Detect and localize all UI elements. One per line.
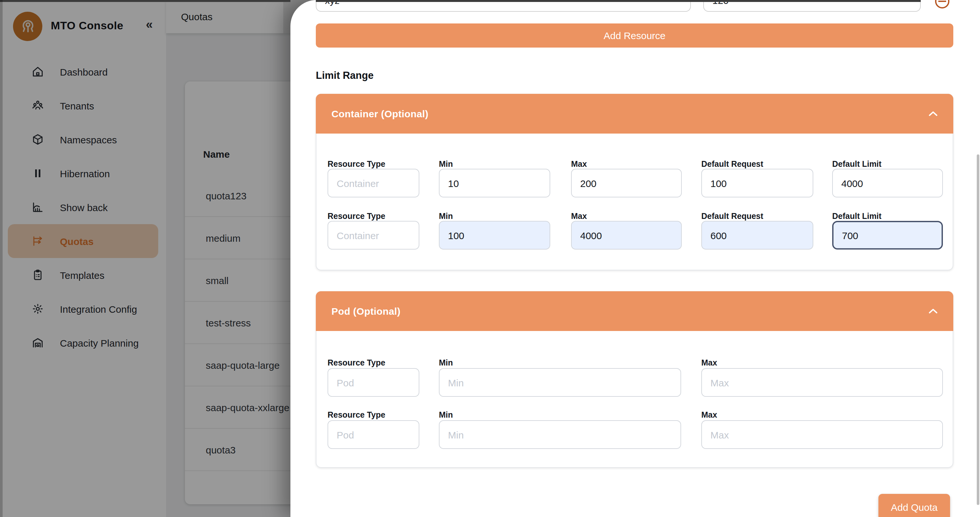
pod-resource-type-input[interactable]	[328, 368, 419, 397]
app-root: MTO Console « Dashboard Tenants	[0, 0, 980, 517]
field-label-min: Min	[439, 410, 453, 420]
container-default-request-input[interactable]	[701, 221, 813, 249]
field-label-resource-type: Resource Type	[328, 410, 385, 420]
chevron-up-icon	[929, 308, 938, 314]
pod-section-header[interactable]: Pod (Optional)	[316, 291, 953, 331]
pod-resource-type-input[interactable]	[328, 420, 419, 449]
container-section-title: Container (Optional)	[331, 108, 428, 119]
container-resource-type-input[interactable]	[328, 221, 419, 249]
container-section-header[interactable]: Container (Optional)	[316, 94, 953, 134]
limit-range-title: Limit Range	[316, 70, 374, 81]
pod-min-input[interactable]	[439, 368, 681, 397]
window-top-edge	[0, 0, 290, 2]
field-label-min: Min	[439, 212, 453, 221]
container-max-input[interactable]	[571, 169, 682, 198]
field-label-max: Max	[701, 358, 717, 367]
field-label-resource-type: Resource Type	[328, 160, 385, 169]
pod-max-input[interactable]	[701, 420, 943, 449]
pod-min-input[interactable]	[439, 420, 681, 449]
cut-content-edge	[316, 0, 921, 2]
field-label-default-limit: Default Limit	[832, 212, 881, 221]
field-label-resource-type: Resource Type	[328, 358, 385, 367]
field-label-max: Max	[571, 212, 587, 221]
field-label-resource-type: Resource Type	[328, 212, 385, 221]
field-label-default-request: Default Request	[701, 212, 763, 221]
pod-section-title: Pod (Optional)	[331, 306, 401, 317]
pod-max-input[interactable]	[701, 368, 943, 397]
chevron-up-icon	[929, 111, 938, 116]
add-resource-label: Add Resource	[604, 30, 665, 41]
add-resource-button[interactable]: Add Resource	[316, 24, 953, 48]
add-quota-modal: Add Resource Limit Range Container (Opti…	[290, 0, 980, 517]
modal-scrollbar[interactable]	[977, 155, 979, 505]
add-quota-label: Add Quota	[891, 501, 937, 512]
container-max-input[interactable]	[571, 221, 682, 249]
container-default-limit-input[interactable]	[832, 169, 943, 198]
field-label-max: Max	[701, 410, 717, 420]
container-section: Container (Optional) Resource Type Min M…	[316, 94, 953, 270]
field-label-min: Min	[439, 160, 453, 169]
container-min-input[interactable]	[439, 169, 550, 198]
container-min-input[interactable]	[439, 221, 550, 249]
container-default-limit-input[interactable]	[832, 221, 943, 249]
field-label-default-request: Default Request	[701, 160, 763, 169]
container-default-request-input[interactable]	[701, 169, 813, 198]
add-quota-button[interactable]: Add Quota	[878, 494, 950, 517]
field-label-min: Min	[439, 358, 453, 367]
container-resource-type-input[interactable]	[328, 169, 419, 198]
pod-section: Pod (Optional) Resource Type Min Max Res…	[316, 291, 953, 468]
field-label-default-limit: Default Limit	[832, 160, 881, 169]
window-left-edge	[0, 0, 3, 517]
field-label-max: Max	[571, 160, 587, 169]
remove-resource-icon[interactable]	[935, 0, 950, 8]
